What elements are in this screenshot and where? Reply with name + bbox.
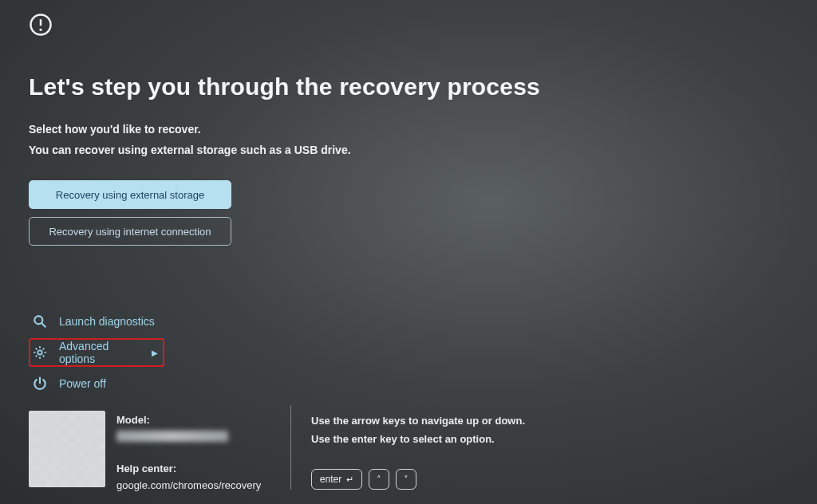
footer-divider [290, 405, 291, 490]
page-title: Let's step you through the recovery proc… [29, 73, 788, 100]
power-icon [32, 376, 48, 392]
enter-glyph-icon: ↵ [346, 474, 353, 485]
secondary-menu: Launch diagnostics Advanced options ▶ Po… [29, 308, 164, 397]
gear-icon [32, 345, 48, 360]
instruction-line-1: Use the arrow keys to navigate up or dow… [311, 415, 525, 427]
recovery-options: Recovery using external storage Recovery… [29, 180, 231, 246]
enter-key-hint: enter ↵ [311, 469, 362, 490]
svg-point-2 [39, 29, 41, 31]
subtitle-line-1: Select how you'd like to recover. [29, 123, 788, 136]
instruction-line-2: Use the enter key to select an option. [311, 433, 525, 445]
launch-diagnostics-label: Launch diagnostics [59, 315, 155, 328]
model-label: Model: [116, 414, 261, 426]
alert-icon [29, 13, 53, 37]
chevron-up-icon: ˄ [377, 474, 381, 485]
power-off-item[interactable]: Power off [29, 370, 164, 397]
help-center-url: google.com/chromeos/recovery [116, 479, 261, 491]
qr-code [29, 411, 105, 487]
svg-point-5 [37, 350, 41, 354]
main-content: Let's step you through the recovery proc… [29, 73, 788, 246]
advanced-options-label: Advanced options [59, 340, 139, 365]
chevron-down-icon: ˅ [404, 474, 408, 485]
model-value-blurred [116, 431, 228, 442]
enter-key-label: enter [320, 474, 341, 485]
footer-info: Model: Help center: google.com/chromeos/… [29, 411, 261, 491]
help-center-label: Help center: [116, 463, 261, 474]
search-icon [32, 313, 48, 329]
model-block: Model: Help center: google.com/chromeos/… [116, 411, 261, 491]
up-key-hint: ˄ [369, 469, 389, 490]
power-off-label: Power off [59, 377, 106, 390]
down-key-hint: ˅ [396, 469, 416, 490]
key-hint-row: enter ↵ ˄ ˅ [311, 469, 525, 490]
svg-line-4 [42, 324, 45, 327]
recovery-external-storage-button[interactable]: Recovery using external storage [29, 180, 231, 209]
recovery-internet-button[interactable]: Recovery using internet connection [29, 217, 231, 246]
launch-diagnostics-item[interactable]: Launch diagnostics [29, 308, 164, 335]
advanced-options-item[interactable]: Advanced options ▶ [29, 338, 164, 367]
subtitle-line-2: You can recover using external storage s… [29, 144, 788, 156]
chevron-right-icon: ▶ [152, 348, 158, 357]
key-instructions: Use the arrow keys to navigate up or dow… [311, 415, 525, 490]
